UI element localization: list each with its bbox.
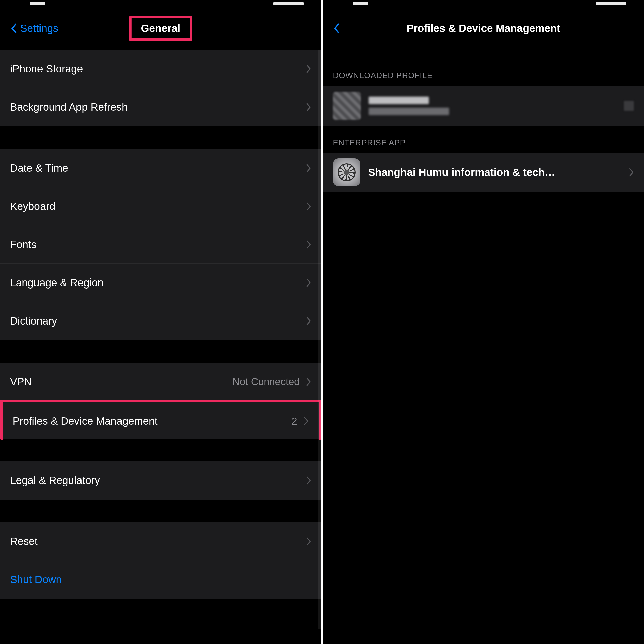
row-label: Fonts	[10, 238, 306, 251]
nav-header-left: Settings General	[0, 7, 321, 50]
row-fonts[interactable]: Fonts	[0, 225, 321, 264]
chevron-right-icon	[306, 164, 311, 173]
row-label: Profiles & Device Management	[13, 415, 292, 427]
section-header-enterprise-app: ENTERPRISE APP	[323, 126, 644, 153]
section-header-downloaded-profile: DOWNLOADED PROFILE	[323, 59, 644, 86]
group-gap	[0, 126, 321, 149]
row-detail: Not Connected	[232, 376, 300, 387]
chevron-right-icon	[628, 168, 634, 177]
group-gap	[323, 50, 644, 59]
group-gap	[0, 500, 321, 522]
status-bar	[323, 0, 644, 7]
settings-group-locale: Date & Time Keyboard Fonts Language & Re…	[0, 149, 321, 340]
row-label: Background App Refresh	[10, 101, 306, 113]
back-button[interactable]: Settings	[10, 22, 58, 34]
right-screen: Profiles & Device Management DOWNLOADED …	[323, 0, 644, 644]
chevron-right-icon	[306, 278, 311, 287]
settings-group-reset: Reset Shut Down	[0, 522, 321, 599]
row-label: Shut Down	[10, 574, 311, 586]
chevron-right-icon	[306, 377, 311, 386]
enterprise-app-label: Shanghai Humu information & tech…	[368, 166, 621, 178]
row-label: Legal & Regulatory	[10, 474, 306, 487]
row-profiles-device-management[interactable]: Profiles & Device Management 2	[0, 400, 321, 440]
row-language-region[interactable]: Language & Region	[0, 264, 321, 302]
row-label: Date & Time	[10, 162, 306, 174]
chevron-right-icon	[306, 240, 311, 249]
chevron-right-icon	[306, 316, 311, 326]
row-label: Language & Region	[10, 277, 306, 289]
settings-group-legal: Legal & Regulatory	[0, 461, 321, 500]
row-vpn[interactable]: VPN Not Connected	[0, 363, 321, 401]
chevron-right-icon	[306, 64, 311, 73]
nav-header-right: Profiles & Device Management	[323, 7, 644, 50]
page-title: Profiles & Device Management	[407, 22, 560, 34]
chevron-left-icon	[333, 23, 340, 34]
row-enterprise-app[interactable]: Shanghai Humu information & tech…	[323, 153, 644, 192]
row-keyboard[interactable]: Keyboard	[0, 187, 321, 225]
page-title: General	[129, 16, 192, 41]
group-gap	[0, 340, 321, 363]
row-label: iPhone Storage	[10, 63, 306, 75]
settings-group-storage: iPhone Storage Background App Refresh	[0, 50, 321, 126]
row-shut-down[interactable]: Shut Down	[0, 560, 321, 599]
row-label: Reset	[10, 535, 306, 547]
row-label: Dictionary	[10, 315, 306, 327]
group-gap	[0, 439, 321, 461]
chevron-right-icon	[306, 476, 311, 485]
left-screen: Settings General iPhone Storage Backgrou…	[0, 0, 321, 644]
row-downloaded-profile[interactable]	[323, 86, 644, 126]
scrollbar[interactable]	[318, 50, 321, 629]
row-reset[interactable]: Reset	[0, 522, 321, 560]
row-date-time[interactable]: Date & Time	[0, 149, 321, 187]
back-button[interactable]	[333, 23, 340, 34]
profile-subtitle-redacted	[369, 108, 449, 115]
status-bar	[0, 0, 321, 7]
row-background-app-refresh[interactable]: Background App Refresh	[0, 88, 321, 126]
row-label: VPN	[10, 376, 232, 388]
row-iphone-storage[interactable]: iPhone Storage	[0, 50, 321, 88]
chevron-right-icon	[306, 537, 311, 546]
chevron-right-icon	[306, 202, 311, 211]
row-label: Keyboard	[10, 200, 306, 212]
chevron-right-icon	[303, 417, 309, 426]
profile-title-redacted	[369, 97, 429, 104]
profile-text	[369, 97, 616, 115]
back-label: Settings	[20, 22, 58, 34]
settings-group-profiles: VPN Not Connected Profiles & Device Mana…	[0, 363, 321, 440]
row-legal-regulatory[interactable]: Legal & Regulatory	[0, 461, 321, 500]
row-dictionary[interactable]: Dictionary	[0, 302, 321, 340]
row-detail: 2	[292, 416, 297, 427]
profile-thumbnail	[333, 92, 361, 120]
gear-icon	[333, 158, 360, 186]
chevron-right-icon	[306, 103, 311, 112]
chevron-left-icon	[10, 23, 17, 34]
profile-accessory-redacted	[624, 101, 634, 111]
